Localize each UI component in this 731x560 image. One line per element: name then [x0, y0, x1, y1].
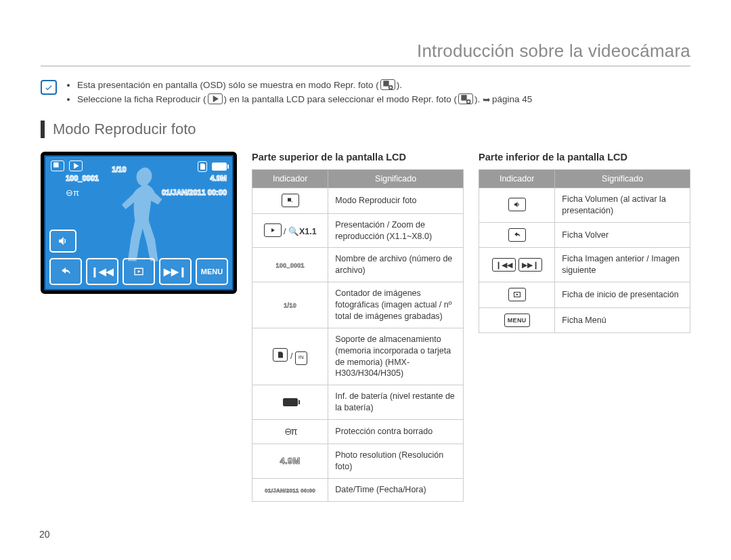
photo-play-mode-icon: [282, 194, 299, 207]
lcd-counter: 1/10: [112, 165, 126, 173]
note-block: Esta presentación en pantalla (OSD) sólo…: [41, 79, 690, 107]
counter-indicator: 1/10: [284, 302, 296, 309]
protect-icon: ⊖π: [66, 188, 79, 198]
menu-icon: MENU: [504, 314, 530, 327]
note-line-2: Seleccione la ficha Reproducir () en la …: [77, 93, 532, 107]
th-meaning: Significado: [328, 169, 464, 188]
storage-card-icon: [198, 161, 207, 172]
arrow-right-icon: ➥: [483, 93, 491, 108]
lcd-datetime: 01/JAN/2011 00:00: [162, 188, 227, 196]
play-tab-icon: [208, 93, 223, 104]
prev-image-icon: ❙◀◀: [492, 258, 516, 272]
zoom-text: X1.1: [299, 227, 317, 236]
next-image-button[interactable]: ▶▶❙: [159, 258, 192, 285]
lcd-resolution: 4.9M: [211, 174, 227, 182]
lower-lcd-table-col: Parte inferior de la pantalla LCD Indica…: [479, 152, 690, 333]
protect-icon: ⊖π: [284, 426, 296, 437]
svg-point-0: [389, 86, 392, 89]
battery-icon: [212, 163, 227, 171]
page-number: 20: [39, 529, 50, 540]
note-lines: Esta presentación en pantalla (OSD) sólo…: [66, 79, 532, 107]
storage-card-icon: [273, 348, 288, 362]
datetime-indicator: 01/JAN/2011 00:00: [265, 488, 315, 494]
table-row: Ficha de inicio de presentación: [555, 282, 690, 308]
table-row: Modo Reproducir foto: [328, 188, 464, 213]
th-indicator: Indicador: [252, 169, 328, 188]
menu-button[interactable]: MENU: [196, 258, 228, 285]
note-line-1: Esta presentación en pantalla (OSD) sólo…: [77, 79, 532, 93]
table-row: Inf. de batería (nivel restante de la ba…: [328, 385, 464, 420]
back-button[interactable]: [49, 258, 82, 285]
lower-table: IndicadorSignificado Ficha Volumen (al a…: [479, 169, 690, 333]
filename-indicator: 100_0001: [275, 262, 304, 269]
table-row: Ficha Volver: [555, 222, 690, 248]
photo-play-mode-icon: [51, 160, 64, 171]
table-row: Ficha Menú: [555, 308, 690, 333]
check-icon: [41, 80, 57, 95]
battery-icon: [283, 398, 298, 406]
prev-image-button[interactable]: ❙◀◀: [86, 258, 118, 285]
upper-lcd-table-col: Parte superior de la pantalla LCD Indica…: [252, 152, 464, 502]
photo-play-mode-icon: [380, 79, 395, 90]
lower-title: Parte inferior de la pantalla LCD: [479, 152, 690, 163]
slideshow-icon: [264, 223, 282, 237]
table-row: Soporte de almacenamiento (memoria incor…: [328, 328, 464, 385]
table-row: Photo resolution (Resolución foto): [328, 444, 464, 478]
table-row: Presentación / Zoom de reproducción (X1.…: [328, 213, 464, 248]
lcd-filename: 100_0001: [51, 174, 99, 182]
slideshow-start-button[interactable]: [123, 258, 155, 285]
volume-icon: [508, 198, 526, 211]
page-title: Introducción sobre la videocámara: [41, 41, 690, 66]
table-row: Ficha Imagen anterior / Imagen siguiente: [555, 248, 690, 282]
back-icon: [508, 228, 526, 242]
next-image-icon: ▶▶❙: [518, 258, 542, 272]
slideshow-start-icon: [508, 288, 526, 301]
slideshow-icon: [69, 160, 83, 171]
photo-play-mode-icon: [458, 93, 473, 104]
storage-internal-icon: IN: [295, 351, 307, 365]
lcd-mockup: 1/10 100_0001 4.9M ⊖π 01/JAN/2011 00:00 …: [41, 152, 237, 294]
table-row: Ficha Volumen (al activar la presentació…: [555, 188, 690, 222]
table-row: Protección contra borrado: [328, 420, 464, 444]
volume-button[interactable]: [49, 230, 76, 253]
resolution-indicator: 4.9M: [280, 456, 301, 466]
upper-table: IndicadorSignificado Modo Reproducir fot…: [252, 169, 464, 502]
th-meaning: Significado: [555, 169, 690, 188]
section-heading: Modo Reproducir foto: [41, 121, 690, 138]
table-row: Nombre de archivo (número de archivo): [328, 248, 464, 282]
zoom-icon: 🔍: [288, 227, 299, 236]
th-indicator: Indicador: [479, 169, 555, 188]
upper-title: Parte superior de la pantalla LCD: [252, 152, 464, 163]
table-row: Contador de imágenes fotográficas (image…: [328, 282, 464, 328]
svg-point-1: [467, 100, 470, 104]
table-row: Date/Time (Fecha/Hora): [328, 478, 464, 501]
